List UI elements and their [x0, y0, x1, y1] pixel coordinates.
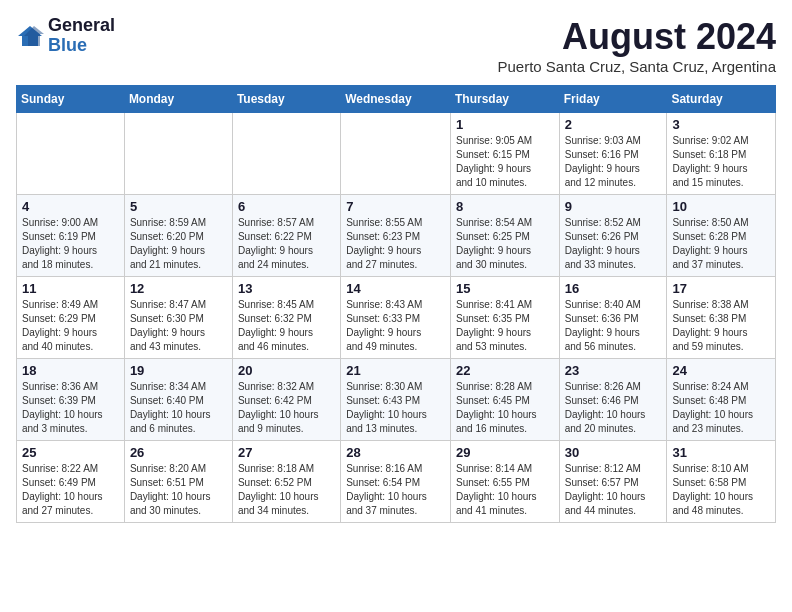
day-info: Sunrise: 8:50 AM Sunset: 6:28 PM Dayligh… [672, 216, 770, 272]
title-area: August 2024 Puerto Santa Cruz, Santa Cru… [498, 16, 777, 75]
calendar-cell [341, 113, 451, 195]
day-number: 8 [456, 199, 554, 214]
week-row-0: 1Sunrise: 9:05 AM Sunset: 6:15 PM Daylig… [17, 113, 776, 195]
day-number: 22 [456, 363, 554, 378]
day-info: Sunrise: 8:59 AM Sunset: 6:20 PM Dayligh… [130, 216, 227, 272]
day-info: Sunrise: 8:30 AM Sunset: 6:43 PM Dayligh… [346, 380, 445, 436]
calendar-cell: 23Sunrise: 8:26 AM Sunset: 6:46 PM Dayli… [559, 359, 667, 441]
calendar-subtitle: Puerto Santa Cruz, Santa Cruz, Argentina [498, 58, 777, 75]
day-number: 23 [565, 363, 662, 378]
calendar-cell: 31Sunrise: 8:10 AM Sunset: 6:58 PM Dayli… [667, 441, 776, 523]
day-info: Sunrise: 8:20 AM Sunset: 6:51 PM Dayligh… [130, 462, 227, 518]
day-info: Sunrise: 9:02 AM Sunset: 6:18 PM Dayligh… [672, 134, 770, 190]
calendar-cell: 21Sunrise: 8:30 AM Sunset: 6:43 PM Dayli… [341, 359, 451, 441]
calendar-cell: 6Sunrise: 8:57 AM Sunset: 6:22 PM Daylig… [232, 195, 340, 277]
week-row-1: 4Sunrise: 9:00 AM Sunset: 6:19 PM Daylig… [17, 195, 776, 277]
calendar-cell: 3Sunrise: 9:02 AM Sunset: 6:18 PM Daylig… [667, 113, 776, 195]
header-cell-monday: Monday [124, 86, 232, 113]
day-number: 10 [672, 199, 770, 214]
day-info: Sunrise: 8:47 AM Sunset: 6:30 PM Dayligh… [130, 298, 227, 354]
day-info: Sunrise: 8:40 AM Sunset: 6:36 PM Dayligh… [565, 298, 662, 354]
header-cell-friday: Friday [559, 86, 667, 113]
day-number: 18 [22, 363, 119, 378]
header-cell-sunday: Sunday [17, 86, 125, 113]
calendar-cell [124, 113, 232, 195]
day-number: 5 [130, 199, 227, 214]
logo-line2: Blue [48, 36, 115, 56]
day-info: Sunrise: 8:16 AM Sunset: 6:54 PM Dayligh… [346, 462, 445, 518]
day-number: 21 [346, 363, 445, 378]
calendar-cell: 8Sunrise: 8:54 AM Sunset: 6:25 PM Daylig… [450, 195, 559, 277]
day-number: 4 [22, 199, 119, 214]
header-cell-saturday: Saturday [667, 86, 776, 113]
day-number: 27 [238, 445, 335, 460]
day-info: Sunrise: 9:03 AM Sunset: 6:16 PM Dayligh… [565, 134, 662, 190]
day-info: Sunrise: 8:57 AM Sunset: 6:22 PM Dayligh… [238, 216, 335, 272]
day-info: Sunrise: 8:10 AM Sunset: 6:58 PM Dayligh… [672, 462, 770, 518]
calendar-title: August 2024 [498, 16, 777, 58]
week-row-3: 18Sunrise: 8:36 AM Sunset: 6:39 PM Dayli… [17, 359, 776, 441]
day-info: Sunrise: 8:55 AM Sunset: 6:23 PM Dayligh… [346, 216, 445, 272]
header: General Blue August 2024 Puerto Santa Cr… [16, 16, 776, 75]
calendar-cell: 16Sunrise: 8:40 AM Sunset: 6:36 PM Dayli… [559, 277, 667, 359]
day-number: 11 [22, 281, 119, 296]
day-number: 24 [672, 363, 770, 378]
day-number: 1 [456, 117, 554, 132]
day-number: 26 [130, 445, 227, 460]
day-number: 29 [456, 445, 554, 460]
day-number: 3 [672, 117, 770, 132]
calendar-cell: 17Sunrise: 8:38 AM Sunset: 6:38 PM Dayli… [667, 277, 776, 359]
day-number: 20 [238, 363, 335, 378]
day-number: 31 [672, 445, 770, 460]
calendar-cell: 1Sunrise: 9:05 AM Sunset: 6:15 PM Daylig… [450, 113, 559, 195]
day-info: Sunrise: 8:54 AM Sunset: 6:25 PM Dayligh… [456, 216, 554, 272]
header-cell-wednesday: Wednesday [341, 86, 451, 113]
calendar-cell: 11Sunrise: 8:49 AM Sunset: 6:29 PM Dayli… [17, 277, 125, 359]
calendar-cell [232, 113, 340, 195]
calendar-cell: 20Sunrise: 8:32 AM Sunset: 6:42 PM Dayli… [232, 359, 340, 441]
day-info: Sunrise: 8:24 AM Sunset: 6:48 PM Dayligh… [672, 380, 770, 436]
day-info: Sunrise: 8:49 AM Sunset: 6:29 PM Dayligh… [22, 298, 119, 354]
calendar-cell: 19Sunrise: 8:34 AM Sunset: 6:40 PM Dayli… [124, 359, 232, 441]
header-cell-thursday: Thursday [450, 86, 559, 113]
day-number: 9 [565, 199, 662, 214]
calendar-table: SundayMondayTuesdayWednesdayThursdayFrid… [16, 85, 776, 523]
calendar-cell: 5Sunrise: 8:59 AM Sunset: 6:20 PM Daylig… [124, 195, 232, 277]
day-info: Sunrise: 8:32 AM Sunset: 6:42 PM Dayligh… [238, 380, 335, 436]
calendar-cell: 29Sunrise: 8:14 AM Sunset: 6:55 PM Dayli… [450, 441, 559, 523]
day-number: 12 [130, 281, 227, 296]
day-info: Sunrise: 8:43 AM Sunset: 6:33 PM Dayligh… [346, 298, 445, 354]
calendar-cell: 10Sunrise: 8:50 AM Sunset: 6:28 PM Dayli… [667, 195, 776, 277]
day-number: 7 [346, 199, 445, 214]
calendar-body: 1Sunrise: 9:05 AM Sunset: 6:15 PM Daylig… [17, 113, 776, 523]
week-row-4: 25Sunrise: 8:22 AM Sunset: 6:49 PM Dayli… [17, 441, 776, 523]
day-info: Sunrise: 8:26 AM Sunset: 6:46 PM Dayligh… [565, 380, 662, 436]
day-number: 13 [238, 281, 335, 296]
calendar-cell: 22Sunrise: 8:28 AM Sunset: 6:45 PM Dayli… [450, 359, 559, 441]
day-info: Sunrise: 8:38 AM Sunset: 6:38 PM Dayligh… [672, 298, 770, 354]
calendar-cell: 18Sunrise: 8:36 AM Sunset: 6:39 PM Dayli… [17, 359, 125, 441]
calendar-cell: 12Sunrise: 8:47 AM Sunset: 6:30 PM Dayli… [124, 277, 232, 359]
day-number: 15 [456, 281, 554, 296]
day-number: 16 [565, 281, 662, 296]
day-info: Sunrise: 8:52 AM Sunset: 6:26 PM Dayligh… [565, 216, 662, 272]
day-number: 19 [130, 363, 227, 378]
calendar-cell: 27Sunrise: 8:18 AM Sunset: 6:52 PM Dayli… [232, 441, 340, 523]
day-info: Sunrise: 8:12 AM Sunset: 6:57 PM Dayligh… [565, 462, 662, 518]
day-info: Sunrise: 9:00 AM Sunset: 6:19 PM Dayligh… [22, 216, 119, 272]
day-info: Sunrise: 9:05 AM Sunset: 6:15 PM Dayligh… [456, 134, 554, 190]
day-info: Sunrise: 8:14 AM Sunset: 6:55 PM Dayligh… [456, 462, 554, 518]
day-info: Sunrise: 8:36 AM Sunset: 6:39 PM Dayligh… [22, 380, 119, 436]
day-number: 28 [346, 445, 445, 460]
day-number: 14 [346, 281, 445, 296]
calendar-cell: 25Sunrise: 8:22 AM Sunset: 6:49 PM Dayli… [17, 441, 125, 523]
day-info: Sunrise: 8:41 AM Sunset: 6:35 PM Dayligh… [456, 298, 554, 354]
day-info: Sunrise: 8:18 AM Sunset: 6:52 PM Dayligh… [238, 462, 335, 518]
week-row-2: 11Sunrise: 8:49 AM Sunset: 6:29 PM Dayli… [17, 277, 776, 359]
calendar-cell [17, 113, 125, 195]
calendar-header: SundayMondayTuesdayWednesdayThursdayFrid… [17, 86, 776, 113]
day-number: 25 [22, 445, 119, 460]
calendar-cell: 13Sunrise: 8:45 AM Sunset: 6:32 PM Dayli… [232, 277, 340, 359]
logo-line1: General [48, 16, 115, 36]
calendar-cell: 28Sunrise: 8:16 AM Sunset: 6:54 PM Dayli… [341, 441, 451, 523]
